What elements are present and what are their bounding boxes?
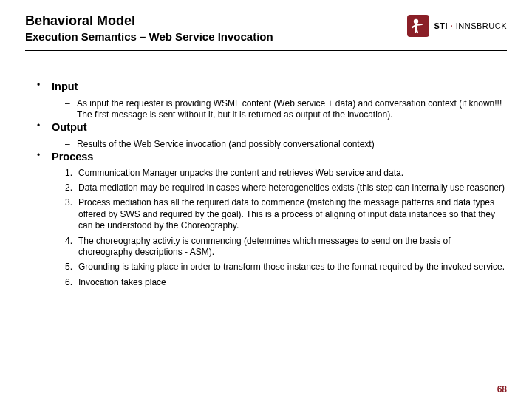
numbered-text: Invocation takes place — [78, 277, 166, 288]
number-marker: 3. — [65, 197, 78, 231]
page-number: 68 — [497, 384, 507, 395]
slide: Behavioral Model Execution Semantics – W… — [0, 0, 532, 399]
bullet-heading: Process — [52, 150, 93, 164]
sub-bullet-text: As input the requester is providing WSML… — [77, 98, 507, 121]
number-marker: 4. — [65, 236, 78, 259]
number-marker: 2. — [65, 183, 78, 194]
sub-bullet: – Results of the Web Service invocation … — [65, 139, 507, 150]
svg-rect-0 — [407, 15, 429, 37]
numbered-text: Process mediation has all the required d… — [78, 197, 507, 231]
bullet-process: • Process — [37, 150, 507, 164]
footer-divider — [25, 381, 507, 381]
sub-bullet-text: Results of the Web Service invocation (a… — [77, 139, 375, 150]
sti-logo-icon — [407, 15, 429, 37]
numbered-item: 5. Grounding is taking place in order to… — [65, 262, 507, 273]
numbered-item: 6. Invocation takes place — [65, 277, 507, 288]
number-marker: 1. — [65, 168, 78, 179]
number-marker: 6. — [65, 277, 78, 288]
logo-place: INNSBRUCK — [456, 21, 507, 30]
sub-bullet: – As input the requester is providing WS… — [65, 98, 507, 121]
sti-logo: STI · INNSBRUCK — [407, 15, 507, 37]
bullet-heading: Input — [52, 80, 78, 94]
slide-body: • Input – As input the requester is prov… — [37, 80, 507, 288]
numbered-text: Data mediation may be required in cases … — [78, 183, 505, 194]
numbered-text: Grounding is taking place in order to tr… — [78, 262, 505, 273]
sti-logo-text: STI · INNSBRUCK — [434, 21, 507, 30]
numbered-text: The choreography activity is commencing … — [78, 236, 507, 259]
bullet-marker: • — [37, 150, 52, 164]
numbered-item: 4. The choreography activity is commenci… — [65, 236, 507, 259]
logo-org: STI — [434, 21, 448, 30]
numbered-text: Communication Manager unpacks the conten… — [78, 168, 403, 179]
bullet-marker: • — [37, 120, 52, 134]
bullet-output: • Output — [37, 120, 507, 134]
bullet-heading: Output — [52, 120, 87, 134]
numbered-item: 1. Communication Manager unpacks the con… — [65, 168, 507, 179]
dash-marker: – — [65, 98, 77, 121]
title-divider — [25, 50, 507, 51]
logo-sep: · — [451, 21, 454, 30]
numbered-item: 2. Data mediation may be required in cas… — [65, 183, 507, 194]
number-marker: 5. — [65, 262, 78, 273]
bullet-input: • Input — [37, 80, 507, 94]
numbered-item: 3. Process mediation has all the require… — [65, 197, 507, 231]
dash-marker: – — [65, 139, 77, 150]
bullet-marker: • — [37, 80, 52, 94]
